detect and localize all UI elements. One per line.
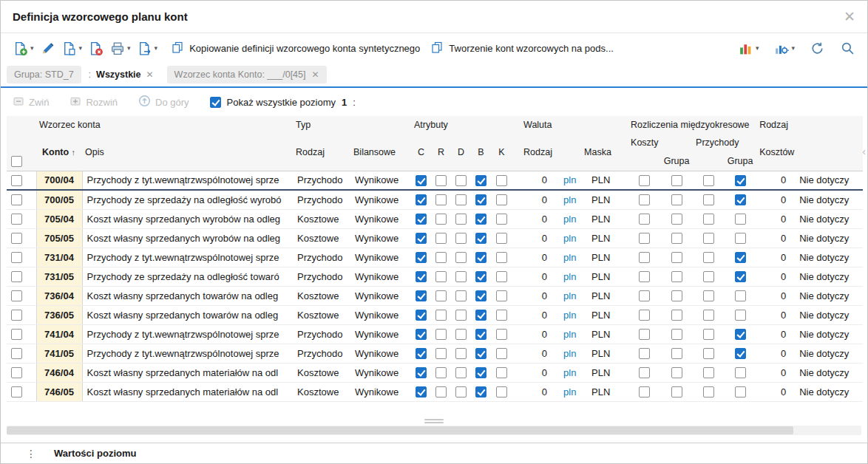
table-row[interactable]: 700/05 Przychody ze sprzedaży na odległo… bbox=[7, 190, 863, 209]
attr-k-checkbox[interactable] bbox=[496, 386, 507, 398]
accrual-revenue-checkbox[interactable] bbox=[703, 348, 714, 359]
attr-k-checkbox[interactable] bbox=[496, 271, 507, 282]
table-row[interactable]: 736/04 Koszt własny sprzedanych towarów … bbox=[7, 286, 863, 305]
attr-b-checkbox[interactable] bbox=[475, 386, 486, 398]
attr-c-checkbox[interactable] bbox=[416, 175, 427, 186]
accrual-revenue-checkbox[interactable] bbox=[703, 329, 714, 340]
create-accounts-button[interactable]: Tworzenie kont wzorcowych na pods... bbox=[430, 41, 614, 56]
attr-r-checkbox[interactable] bbox=[435, 290, 447, 301]
print-button[interactable]: ▾ bbox=[106, 38, 134, 58]
accrual-revenue-group-checkbox[interactable] bbox=[735, 290, 746, 301]
accrual-revenue-checkbox[interactable] bbox=[703, 367, 714, 378]
attr-c-checkbox[interactable] bbox=[416, 329, 427, 340]
attr-d-checkbox[interactable] bbox=[455, 367, 467, 378]
account-number-cell[interactable]: 731/05 bbox=[36, 267, 82, 286]
currency-mask-cell[interactable]: PLN bbox=[581, 324, 628, 344]
attr-d-checkbox[interactable] bbox=[455, 386, 467, 398]
row-select-checkbox[interactable] bbox=[11, 233, 22, 244]
attr-b-checkbox[interactable] bbox=[475, 310, 486, 321]
attr-d-checkbox[interactable] bbox=[455, 348, 467, 359]
cost-kind-cell[interactable]: Nie dotyczy bbox=[792, 267, 863, 286]
attr-c-checkbox[interactable] bbox=[416, 233, 427, 244]
table-row[interactable]: 746/04 Koszt własny sprzedanych materiał… bbox=[7, 363, 863, 382]
balance-type-cell[interactable]: Wynikowe bbox=[350, 228, 411, 248]
account-description-cell[interactable]: Koszt własny sprzedanych wyrobów na odle… bbox=[82, 209, 293, 228]
accrual-costs-group-checkbox[interactable] bbox=[671, 348, 682, 359]
accrual-revenue-checkbox[interactable] bbox=[703, 290, 714, 301]
attr-b-checkbox[interactable] bbox=[475, 252, 486, 263]
row-select-checkbox[interactable] bbox=[11, 329, 22, 340]
account-kind-cell[interactable]: Przychodo bbox=[293, 248, 350, 267]
attr-b-checkbox[interactable] bbox=[475, 233, 486, 244]
account-kind-cell[interactable]: Kosztowe bbox=[293, 382, 350, 401]
currency-kind-cell[interactable]: 0 bbox=[512, 190, 553, 209]
currency-kind-cell[interactable]: 0 bbox=[512, 267, 553, 286]
row-select-checkbox[interactable] bbox=[11, 348, 22, 359]
table-row[interactable]: 741/05 Przychody z tyt.wewnątrzwspólnoto… bbox=[7, 344, 863, 363]
panel-menu-icon[interactable]: ⋮ bbox=[26, 448, 36, 460]
column-header-currency-kind[interactable]: Rodzaj bbox=[512, 134, 553, 171]
attr-r-checkbox[interactable] bbox=[435, 367, 447, 378]
sort-ascending-icon[interactable]: ↑ bbox=[72, 148, 76, 157]
copy-definition-button[interactable]: Kopiowanie definicji wzorcowego konta sy… bbox=[171, 41, 420, 56]
attr-k-checkbox[interactable] bbox=[496, 348, 507, 359]
attr-c-checkbox[interactable] bbox=[416, 310, 427, 321]
account-number-cell[interactable]: 736/04 bbox=[36, 286, 82, 305]
accrual-revenue-group-checkbox[interactable] bbox=[735, 386, 746, 398]
remove-pattern-filter-icon[interactable]: ✕ bbox=[311, 70, 319, 79]
remove-group-filter-icon[interactable]: ✕ bbox=[146, 70, 154, 79]
accrual-revenue-group-checkbox[interactable] bbox=[735, 175, 746, 186]
cost-kind-cell[interactable]: Nie dotyczy bbox=[792, 382, 863, 401]
account-number-cell[interactable]: 731/04 bbox=[36, 248, 82, 267]
attr-k-checkbox[interactable] bbox=[496, 310, 507, 321]
column-header-koszty[interactable]: Koszty bbox=[628, 134, 693, 151]
accrual-costs-group-checkbox[interactable] bbox=[671, 386, 682, 398]
accrual-costs-group-checkbox[interactable] bbox=[671, 271, 682, 282]
account-number-cell[interactable]: 700/05 bbox=[36, 190, 82, 209]
close-icon[interactable]: ✕ bbox=[844, 10, 855, 24]
accrual-costs-group-checkbox[interactable] bbox=[671, 194, 682, 205]
dropdown-chevron-icon[interactable]: ▾ bbox=[30, 44, 34, 52]
cost-value-cell[interactable]: 0 bbox=[756, 190, 792, 209]
cost-value-cell[interactable]: 0 bbox=[756, 344, 792, 363]
cost-kind-cell[interactable]: Nie dotyczy bbox=[792, 305, 863, 324]
chart-button[interactable]: ▾ bbox=[735, 38, 762, 58]
cost-value-cell[interactable]: 0 bbox=[756, 171, 792, 190]
account-description-cell[interactable]: Koszt własny sprzedanych wyrobów na odle… bbox=[82, 228, 293, 248]
add-button[interactable]: ▾ bbox=[10, 38, 37, 58]
account-kind-cell[interactable]: Przychodo bbox=[293, 190, 350, 209]
cost-value-cell[interactable]: 0 bbox=[756, 267, 792, 286]
table-row[interactable]: 700/04 Przychody z tyt.wewnątrzwspólnoto… bbox=[7, 171, 863, 190]
attr-d-checkbox[interactable] bbox=[455, 252, 467, 263]
column-header-przychody-grupa[interactable]: Grupa bbox=[724, 151, 756, 171]
accrual-revenue-group-checkbox[interactable] bbox=[735, 233, 746, 244]
currency-mask-cell[interactable]: PLN bbox=[581, 228, 628, 248]
column-header-konto[interactable]: Konto ↑ bbox=[36, 134, 82, 171]
table-row[interactable]: 731/04 Przychody z tyt.wewnątrzwspólnoto… bbox=[7, 248, 863, 267]
accrual-revenue-group-checkbox[interactable] bbox=[735, 271, 746, 282]
balance-type-cell[interactable]: Wynikowe bbox=[350, 267, 411, 286]
accrual-costs-group-checkbox[interactable] bbox=[671, 175, 682, 186]
accrual-costs-group-checkbox[interactable] bbox=[671, 233, 682, 244]
accrual-costs-checkbox[interactable] bbox=[639, 233, 650, 244]
row-select-checkbox[interactable] bbox=[11, 175, 22, 186]
currency-mask-cell[interactable]: PLN bbox=[581, 305, 628, 324]
account-number-cell[interactable]: 741/05 bbox=[36, 344, 82, 363]
cost-value-cell[interactable]: 0 bbox=[756, 363, 792, 382]
attr-k-checkbox[interactable] bbox=[496, 214, 507, 225]
table-row[interactable]: 741/04 Przychody z tyt.wewnątrzwspólnoto… bbox=[7, 324, 863, 344]
accrual-revenue-checkbox[interactable] bbox=[703, 386, 714, 398]
column-header-opis[interactable]: Opis bbox=[82, 134, 293, 171]
accrual-costs-checkbox[interactable] bbox=[639, 290, 650, 301]
attr-r-checkbox[interactable] bbox=[435, 348, 447, 359]
attr-b-checkbox[interactable] bbox=[475, 194, 486, 205]
group-header-kind[interactable]: Rodzaj bbox=[756, 116, 863, 134]
attr-b-checkbox[interactable] bbox=[475, 214, 486, 225]
attr-b-checkbox[interactable] bbox=[475, 329, 486, 340]
cost-value-cell[interactable]: 0 bbox=[756, 209, 792, 228]
account-number-cell[interactable]: 736/05 bbox=[36, 305, 82, 324]
account-kind-cell[interactable]: Kosztowe bbox=[293, 305, 350, 324]
accrual-revenue-checkbox[interactable] bbox=[703, 194, 714, 205]
attr-b-checkbox[interactable] bbox=[475, 290, 486, 301]
accrual-costs-group-checkbox[interactable] bbox=[671, 367, 682, 378]
